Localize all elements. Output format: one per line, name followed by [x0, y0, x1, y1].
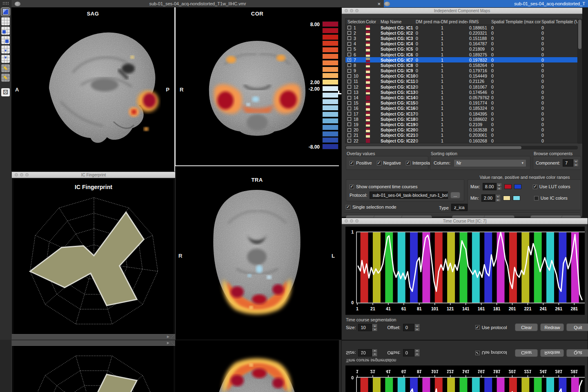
row-checkbox[interactable] — [347, 42, 351, 46]
tra-view[interactable]: TRA R L — [175, 166, 339, 332]
table-row[interactable]: 6Subject CG: IC6010.18927500 — [345, 52, 577, 57]
table-row[interactable]: 18Subject CG: IC18010.18860200 — [345, 116, 577, 122]
table-row[interactable]: 17Subject CG: IC17010.18439500 — [345, 111, 577, 116]
table-vscrollbar[interactable] — [578, 19, 582, 144]
draw-tool-alt-icon[interactable] — [1, 74, 10, 82]
cor-view[interactable]: COR R 8.002.00-2.00-8.00 — [176, 7, 339, 172]
redraw-button[interactable]: Redraw — [540, 323, 564, 331]
vmr-titlebar[interactable]: sub-01_ses-04_acq-nondistorted_T1w_IIHC.… — [11, 0, 384, 7]
row-checkbox[interactable] — [347, 26, 351, 29]
negative-lut-swatch-light[interactable] — [513, 196, 520, 200]
view-3d-cube-icon[interactable] — [1, 8, 10, 16]
table-hscrollbar[interactable] — [345, 146, 578, 149]
table-row[interactable]: +7Subject CG: IC7010.19783200 — [345, 57, 577, 62]
fingerprint-scrollbar[interactable] — [12, 341, 175, 346]
use-protocol-checkbox[interactable]: Use protocol — [475, 325, 507, 330]
offset-stepper[interactable]: 0▴▾ — [403, 324, 420, 331]
row-checkbox[interactable] — [347, 117, 351, 121]
interpolate-checkbox[interactable]: Interpolate — [406, 160, 434, 165]
grid-col-left-icon[interactable] — [1, 27, 10, 35]
row-checkbox[interactable] — [347, 96, 351, 100]
row-checkbox[interactable] — [347, 74, 351, 78]
grid-arrow-down-icon[interactable] — [1, 45, 10, 53]
size-stepper[interactable]: 10▴▾ — [358, 350, 377, 357]
column-header[interactable]: RMS — [469, 19, 491, 24]
row-checkbox[interactable] — [347, 31, 351, 35]
row-checkbox[interactable] — [347, 90, 351, 94]
use-ic-colors-checkbox[interactable]: Use IC colors — [534, 196, 568, 200]
protocol-field[interactable]: sub-01_ses-04_task-blocked_run-1_bold.pr… — [370, 192, 448, 199]
table-row[interactable]: 4Subject CG: IC4010.16478700 — [345, 41, 577, 47]
table-row[interactable]: 5Subject CG: IC5010.2180900 — [345, 47, 577, 52]
resize-grip-icon[interactable]: ⋰ — [171, 335, 175, 339]
row-checkbox[interactable] — [347, 101, 351, 105]
draw-tool-icon[interactable] — [1, 64, 10, 72]
negative-checkbox[interactable]: Negative — [377, 160, 401, 165]
sag-view[interactable]: SAG A P — [11, 7, 174, 172]
table-row[interactable]: 10Subject CG: IC10010.15444900 — [345, 74, 577, 79]
single-selection-checkbox[interactable]: Single selection mode — [346, 205, 396, 209]
positive-lut-swatch-dark[interactable] — [504, 184, 512, 189]
offset-stepper[interactable]: 0▴▾ — [403, 350, 420, 357]
positive-lut-swatch-light[interactable] — [503, 196, 510, 200]
grid-arrow-up-icon[interactable] — [1, 55, 10, 63]
fingerprint-titlebar[interactable]: IC Fingerprint — [12, 172, 175, 178]
row-checkbox[interactable] — [347, 134, 351, 137]
row-checkbox[interactable] — [347, 80, 351, 83]
negative-lut-swatch-dark[interactable] — [514, 184, 521, 189]
row-checkbox[interactable] — [347, 139, 351, 143]
clear-button[interactable]: Clear — [515, 349, 538, 357]
positive-checkbox[interactable]: Positive — [350, 160, 372, 165]
size-stepper[interactable]: 10▴▾ — [358, 324, 377, 331]
window-buttons[interactable] — [345, 9, 359, 12]
table-row[interactable]: 3Subject CG: IC3010.15118800 — [345, 36, 577, 41]
row-checkbox[interactable]: + — [347, 58, 351, 62]
tra-view[interactable]: TRA R L — [175, 340, 339, 392]
table-row[interactable]: 20Subject CG: IC20010.16353800 — [345, 127, 577, 133]
row-checkbox[interactable] — [347, 85, 351, 89]
clear-button[interactable]: Clear — [515, 323, 538, 331]
dice-pattern-icon[interactable]: ⚄ — [1, 88, 10, 96]
close-icon[interactable]: × — [377, 1, 381, 7]
use-protocol-checkbox[interactable]: Use protocol — [475, 351, 507, 356]
table-row[interactable]: 16Subject CG: IC16010.18532400 — [345, 106, 577, 111]
background-window-titlebar[interactable]: sub-01_ses-04_acq-nondistorted_T — [381, 0, 588, 7]
column-header[interactable]: Spatial Template (VOI — [541, 19, 577, 24]
component-stepper[interactable]: 7 ▴▾ — [563, 159, 579, 167]
column-header[interactable]: Map Name — [381, 19, 416, 24]
table-row[interactable]: 1Subject CG: IC1010.18865100 — [345, 25, 577, 30]
row-checkbox[interactable] — [347, 47, 351, 51]
column-dropdown[interactable]: Nr — [454, 159, 526, 167]
row-checkbox[interactable] — [347, 69, 351, 73]
time-course-titlebar[interactable]: Time Course Plot [IC: 7] — [342, 218, 588, 224]
table-row[interactable]: 22Subject CG: IC22010.16026800 — [345, 138, 577, 143]
resize-grip-icon[interactable]: ⋰ — [171, 341, 175, 345]
table-row[interactable]: 14Subject CG: IC14010.057976200 — [345, 95, 577, 100]
table-row[interactable]: 15Subject CG: IC15010.19177400 — [345, 100, 577, 106]
table-row[interactable]: 11Subject CG: IC11010.2112600 — [345, 79, 577, 84]
row-checkbox[interactable] — [347, 107, 351, 110]
column-header[interactable]: Color — [366, 19, 381, 24]
column-header[interactable]: Selection — [347, 19, 366, 24]
quit-button[interactable]: Quit — [566, 323, 588, 331]
row-checkbox[interactable] — [347, 36, 351, 40]
grid-view-icon[interactable] — [1, 17, 10, 25]
max-stepper[interactable]: 8.00▴▾ — [483, 183, 502, 190]
table-row[interactable]: 8Subject CG: IC8010.15826400 — [345, 62, 577, 68]
row-checkbox[interactable] — [347, 112, 351, 116]
use-lut-colors-checkbox[interactable]: Use LUT colors — [533, 184, 570, 189]
row-checkbox[interactable] — [347, 122, 351, 126]
column-header[interactable]: DM pred inde› — [441, 19, 469, 24]
fingerprint-scrollbar[interactable] — [12, 334, 175, 339]
redraw-button[interactable]: Redraw — [540, 349, 564, 357]
quit-button[interactable]: Quit — [566, 349, 588, 357]
table-header[interactable]: SelectionColorMap NameDM pred ma›DM pred… — [345, 19, 577, 25]
table-row[interactable]: 13Subject CG: IC13010.17454600 — [345, 89, 577, 95]
window-buttons[interactable] — [15, 173, 29, 176]
column-header[interactable]: Spatial Template (max cor — [491, 19, 541, 24]
column-header[interactable]: DM pred ma› — [416, 19, 441, 24]
window-buttons[interactable] — [345, 219, 359, 223]
min-stepper[interactable]: 2.00▴▾ — [481, 194, 501, 202]
table-row[interactable]: 12Subject CG: IC12010.18106700 — [345, 84, 577, 89]
table-row[interactable]: 2Subject CG: IC2010.22032100 — [345, 30, 577, 36]
